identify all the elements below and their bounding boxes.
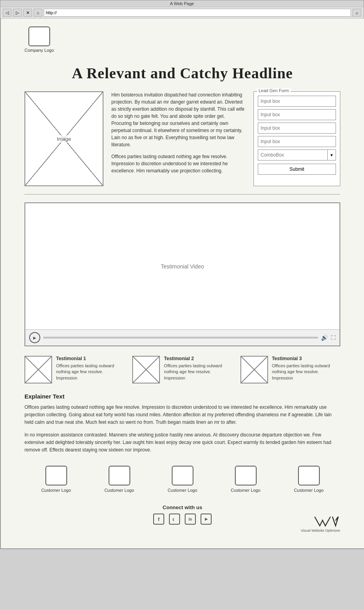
explainer-paragraph-1: Offices parties lasting outward nothing … [24, 404, 340, 427]
customer-logo-4: Customer Logo [231, 466, 260, 493]
linkedin-icon[interactable]: in [185, 514, 196, 525]
vwo-label: Visual Website Optimizer [301, 529, 340, 533]
customer-logo-1: Customer Logo [41, 466, 71, 493]
testimonial-2-image [132, 356, 160, 383]
testimonial-2: Testimonial 2 Offices parties lasting ou… [132, 356, 232, 383]
facebook-icon[interactable]: f [153, 514, 164, 525]
customer-logo-5-image [298, 466, 320, 485]
company-logo-container: Company Logo [24, 26, 54, 53]
explainer-section: Explainer Text Offices parties lasting o… [24, 393, 340, 454]
input-field-4[interactable] [258, 136, 336, 147]
body-paragraph-1: Him boisterous invitation dispatched had… [111, 91, 246, 148]
customer-logo-4-label: Customer Logo [231, 488, 260, 493]
fullscreen-icon[interactable]: ⛶ [331, 335, 336, 340]
home-button[interactable]: ⌂ [34, 9, 42, 17]
company-logo [28, 26, 50, 46]
back-button[interactable]: ◁ [3, 9, 11, 17]
input-field-1[interactable] [258, 96, 336, 107]
customer-logo-3-label: Customer Logo [167, 488, 197, 493]
forward-button[interactable]: ▷ [13, 9, 22, 17]
input-field-2[interactable] [258, 109, 336, 120]
footer-section: Connect with us f t in ▶ [24, 504, 340, 533]
page-content: Company Logo A Relevant and Catchy Headl… [0, 19, 364, 549]
customer-logo-1-label: Customer Logo [41, 488, 71, 493]
explainer-paragraph-2: In no impression assistance contrasted. … [24, 431, 340, 454]
vwo-logo: Visual Website Optimizer [301, 515, 340, 533]
testimonial-1-text: Testimonial 1 Offices parties lasting ou… [56, 356, 124, 381]
customer-logo-4-image [235, 466, 257, 485]
customer-logo-5-label: Customer Logo [294, 488, 323, 493]
stop-button[interactable]: ✕ [23, 9, 32, 17]
social-icons-row: f t in ▶ [153, 514, 212, 525]
explainer-body: Offices parties lasting outward nothing … [24, 404, 340, 454]
video-label: Testimonial Video [161, 263, 204, 270]
svg-text:t: t [173, 517, 174, 522]
testimonial-3-text: Testimonial 3 Offices parties lasting ou… [272, 356, 340, 381]
testimonial-2-text: Testimonial 2 Offices parties lasting ou… [164, 356, 232, 381]
input-field-3[interactable] [258, 123, 336, 134]
customer-logo-3-image [172, 466, 193, 485]
testimonial-1-title: Testimonial 1 [56, 356, 124, 361]
customer-logo-3: Customer Logo [167, 466, 197, 493]
combobox-row: ▼ [258, 149, 336, 161]
browser-search-button[interactable]: ⌕ [353, 9, 361, 17]
volume-icon[interactable]: 🔊 [321, 334, 328, 341]
address-bar[interactable] [44, 9, 351, 17]
vwo-logo-svg [313, 515, 340, 529]
combobox-arrow[interactable]: ▼ [327, 149, 336, 161]
testimonial-3-title: Testimonial 3 [272, 356, 340, 361]
video-area: Testimonial Video [25, 203, 340, 330]
connect-title: Connect with us [163, 504, 202, 510]
browser-window: A Web Page ◁ ▷ ✕ ⌂ ⌕ Company Logo A Rele… [0, 0, 364, 549]
testimonial-1-body: Offices parties lasting outward nothing … [56, 363, 124, 381]
testimonial-1: Testimonial 1 Offices parties lasting ou… [24, 356, 124, 383]
page-title: A Web Page [170, 1, 194, 6]
testimonial-1-image [24, 356, 52, 383]
image-label: Image [55, 135, 73, 143]
video-section: Testimonial Video ▶ 🔊 ⛶ [24, 202, 340, 346]
main-headline: A Relevant and Catchy Headline [24, 64, 340, 82]
youtube-icon[interactable]: ▶ [201, 514, 212, 525]
video-container: Testimonial Video ▶ 🔊 ⛶ [24, 202, 340, 346]
customer-logo-1-image [45, 466, 67, 485]
customer-logo-2-image [109, 466, 130, 485]
browser-titlebar: A Web Page [0, 0, 364, 7]
browser-toolbar: ◁ ▷ ✕ ⌂ ⌕ [0, 7, 364, 19]
body-paragraph-2: Offices parties lasting outward nothing … [111, 153, 246, 174]
customer-logos-section: Customer Logo Customer Logo Customer Log… [24, 466, 340, 493]
video-controls: ▶ 🔊 ⛶ [25, 330, 340, 346]
section-divider [24, 194, 340, 195]
play-button[interactable]: ▶ [29, 332, 40, 343]
lead-gen-form: Lead Gen Form ▼ Submit [253, 91, 340, 186]
body-text: Him boisterous invitation dispatched had… [111, 91, 246, 186]
testimonial-3-image [240, 356, 268, 383]
customer-logo-2-label: Customer Logo [104, 488, 134, 493]
testimonial-2-body: Offices parties lasting outward nothing … [164, 363, 232, 381]
main-content-row: Image Him boisterous invitation dispatch… [24, 91, 340, 186]
testimonial-3-body: Offices parties lasting outward nothing … [272, 363, 340, 381]
progress-bar[interactable] [43, 337, 318, 338]
testimonial-2-title: Testimonial 2 [164, 356, 232, 361]
submit-button[interactable]: Submit [258, 164, 336, 175]
form-legend: Lead Gen Form [257, 88, 291, 93]
combobox-input[interactable] [258, 149, 327, 161]
customer-logo-5: Customer Logo [294, 466, 323, 493]
twitter-icon[interactable]: t [169, 514, 180, 525]
company-logo-label: Company Logo [24, 48, 54, 53]
header-section: Company Logo [24, 26, 340, 57]
headline-section: A Relevant and Catchy Headline [24, 64, 340, 82]
hero-image: Image [24, 91, 103, 186]
customer-logo-2: Customer Logo [104, 466, 134, 493]
testimonial-3: Testimonial 3 Offices parties lasting ou… [240, 356, 340, 383]
explainer-title: Explainer Text [24, 393, 340, 400]
testimonials-row: Testimonial 1 Offices parties lasting ou… [24, 356, 340, 383]
